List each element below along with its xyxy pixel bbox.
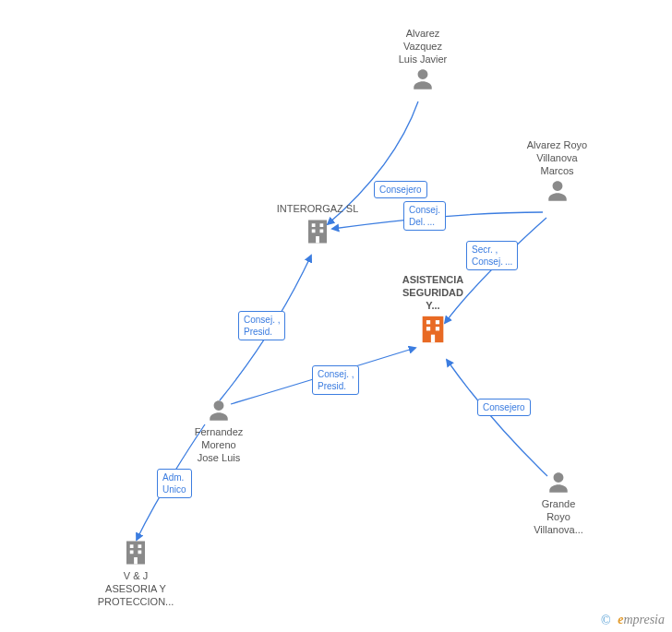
edge-label-consej-presid-1[interactable]: Consej. , Presid. [238, 311, 285, 340]
diagram-stage: { "nodes": { "alvarez_vazquez": { "l1": … [0, 0, 672, 632]
svg-rect-10 [436, 327, 439, 330]
building-icon [304, 218, 331, 245]
svg-rect-9 [426, 327, 430, 330]
node-label: Grande Royo Villanova... [517, 498, 600, 536]
copyright-symbol: © [601, 614, 611, 627]
edge-label-adm-unico[interactable]: Adm. Unico [157, 469, 192, 498]
brand-rest: mpresia [623, 613, 665, 626]
svg-rect-4 [320, 229, 324, 233]
svg-rect-17 [134, 557, 138, 565]
person-icon [207, 399, 231, 423]
edges-layer [0, 0, 672, 632]
node-label: Alvarez Royo Villanova Marcos [513, 139, 601, 177]
node-person-alvarez-royo[interactable]: Alvarez Royo Villanova Marcos [513, 139, 601, 205]
edge-label-consejero-1[interactable]: Consejero [374, 181, 427, 198]
svg-rect-7 [426, 320, 430, 324]
node-company-asistencia[interactable]: ASISTENCIA SEGURIDAD Y... [387, 274, 479, 347]
node-label: Fernandez Moreno Jose Luis [182, 426, 256, 464]
node-company-interorgaz[interactable]: INTERORGAZ SL [267, 203, 368, 247]
svg-rect-3 [312, 229, 316, 233]
svg-rect-16 [138, 551, 142, 554]
svg-rect-5 [316, 236, 319, 244]
edge-label-consejero-2[interactable]: Consejero [477, 399, 531, 416]
footer-brand: © empresia [601, 613, 665, 628]
node-person-grande[interactable]: Grande Royo Villanova... [517, 471, 600, 536]
node-person-alvarez-vazquez[interactable]: Alvarez Vazquez Luis Javier [386, 28, 460, 93]
edge-label-secr-consej[interactable]: Secr. , Consej. ... [466, 241, 518, 270]
edge-label-consej-presid-2[interactable]: Consej. , Presid. [312, 365, 359, 395]
svg-rect-1 [312, 223, 316, 227]
node-label: ASISTENCIA SEGURIDAD Y... [387, 274, 479, 312]
person-icon [546, 179, 570, 203]
person-icon [411, 67, 435, 91]
svg-rect-2 [320, 223, 324, 227]
node-label: V & J ASESORIA Y PROTECCION... [85, 570, 186, 608]
node-person-fernandez[interactable]: Fernandez Moreno Jose Luis [182, 399, 256, 464]
node-label: INTERORGAZ SL [267, 203, 368, 216]
svg-rect-13 [130, 544, 134, 548]
edge-label-consej-del[interactable]: Consej. Del. ... [403, 201, 446, 231]
node-label: Alvarez Vazquez Luis Javier [386, 28, 460, 66]
svg-rect-11 [431, 335, 435, 343]
svg-rect-8 [436, 320, 439, 324]
person-icon [546, 471, 570, 495]
svg-rect-14 [138, 544, 142, 548]
building-icon [417, 314, 449, 345]
svg-rect-15 [130, 551, 134, 554]
node-company-vj[interactable]: V & J ASESORIA Y PROTECCION... [85, 539, 186, 608]
building-icon [122, 539, 150, 566]
